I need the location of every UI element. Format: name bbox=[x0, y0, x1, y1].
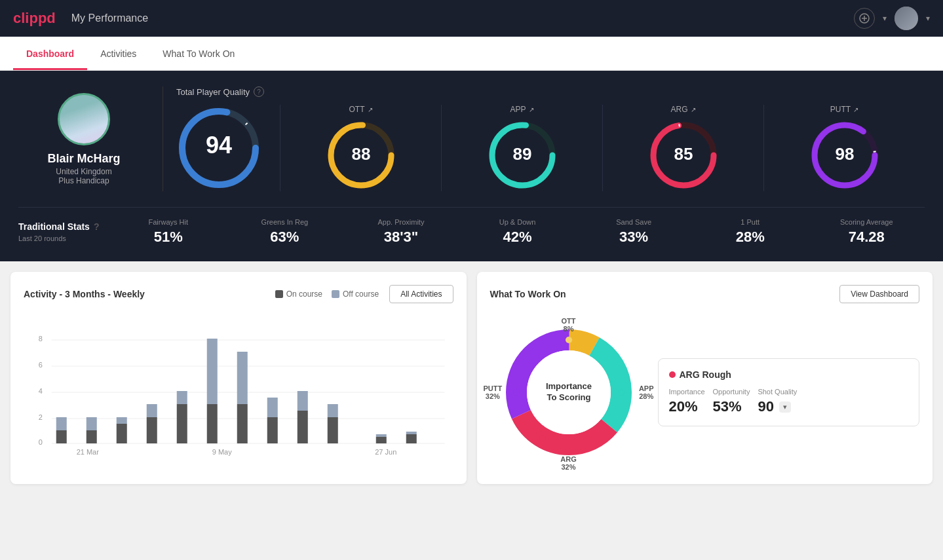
bar bbox=[298, 411, 308, 443]
detail-importance-label: Importance bbox=[669, 388, 705, 396]
trad-stats-title: Traditional Stats ? bbox=[18, 221, 110, 232]
work-detail-card: ARG Rough Importance 20% Opportunity 53%… bbox=[658, 358, 920, 426]
add-button[interactable] bbox=[854, 8, 875, 29]
bar bbox=[406, 432, 417, 434]
bar bbox=[207, 404, 218, 443]
donut-label-ott: OTT 8% bbox=[562, 317, 576, 333]
gauge-ott-label: OTT ↗ bbox=[349, 105, 373, 114]
svg-text:4: 4 bbox=[39, 387, 43, 395]
logo-area: clippd My Performance bbox=[13, 10, 148, 27]
gauge-arg-label: ARG ↗ bbox=[670, 105, 695, 114]
bar bbox=[237, 404, 248, 443]
tab-dashboard[interactable]: Dashboard bbox=[13, 37, 87, 70]
player-avatar-image bbox=[60, 95, 108, 143]
legend-on-course: On course bbox=[275, 289, 322, 299]
help-icon[interactable]: ? bbox=[254, 86, 264, 97]
activity-header-right: On course Off course All Activities bbox=[275, 285, 453, 303]
bar bbox=[207, 339, 218, 404]
bar-chart-svg: 0 2 4 6 8 bbox=[24, 314, 453, 458]
stat-fairways-hit: Fairways Hit 51% bbox=[110, 218, 227, 246]
bar bbox=[406, 434, 417, 443]
bar bbox=[237, 352, 248, 404]
stat-sand-save-value: 33% bbox=[575, 229, 692, 246]
activity-card: Activity - 3 Months - Weekly On course O… bbox=[10, 272, 467, 484]
bar bbox=[177, 391, 187, 404]
svg-point-44 bbox=[539, 435, 546, 441]
svg-text:0: 0 bbox=[39, 438, 43, 446]
trad-stats-subtitle: Last 20 rounds bbox=[18, 234, 110, 242]
svg-text:2: 2 bbox=[39, 413, 43, 421]
donut-label-putt: PUTT 32% bbox=[484, 384, 503, 400]
bar bbox=[177, 404, 187, 443]
player-handicap: Plus Handicap bbox=[58, 176, 109, 185]
stat-sand-save-label: Sand Save bbox=[575, 218, 692, 226]
stat-scoring-average: Scoring Average 74.28 bbox=[808, 218, 925, 246]
trad-stats-help-icon[interactable]: ? bbox=[94, 221, 100, 232]
stat-fairways-hit-value: 51% bbox=[110, 229, 227, 246]
bar bbox=[147, 417, 157, 443]
stat-greens-in-reg-label: Greens In Reg bbox=[227, 218, 343, 226]
svg-text:Importance: Importance bbox=[545, 381, 591, 391]
donut-label-app: APP 28% bbox=[639, 384, 654, 400]
bar bbox=[56, 417, 67, 430]
stat-app-proximity-label: App. Proximity bbox=[343, 218, 459, 226]
stat-up-and-down-value: 42% bbox=[459, 229, 576, 246]
bar bbox=[117, 424, 127, 443]
legend-off-course: Off course bbox=[332, 289, 379, 299]
stat-app-proximity-value: 38'3" bbox=[343, 229, 459, 246]
putt-arrow: ↗ bbox=[853, 106, 858, 113]
bar bbox=[147, 404, 157, 417]
stat-greens-in-reg: Greens In Reg 63% bbox=[227, 218, 343, 246]
bar bbox=[376, 434, 387, 437]
quality-label: Total Player Quality ? bbox=[176, 86, 925, 97]
svg-text:9 May: 9 May bbox=[212, 448, 232, 456]
nav-tabs: Dashboard Activities What To Work On bbox=[0, 37, 943, 71]
detail-opportunity-label: Opportunity bbox=[713, 388, 750, 396]
detail-quality-label: Shot Quality bbox=[758, 388, 797, 396]
legend-off-course-label: Off course bbox=[343, 289, 379, 299]
svg-text:94: 94 bbox=[206, 132, 232, 159]
legend-on-course-label: On course bbox=[286, 289, 322, 299]
player-name: Blair McHarg bbox=[47, 152, 120, 166]
gauge-arg: ARG ↗ 85 bbox=[602, 105, 763, 191]
svg-point-43 bbox=[618, 389, 625, 396]
legend-off-course-dot bbox=[332, 290, 339, 298]
work-on-content: Importance To Scoring OTT 8% bbox=[490, 314, 920, 471]
tab-activities[interactable]: Activities bbox=[87, 37, 149, 70]
detail-opportunity-value: 53% bbox=[713, 398, 750, 415]
stat-1-putt-label: 1 Putt bbox=[692, 218, 809, 226]
player-avatar bbox=[58, 93, 110, 145]
tab-what-to-work-on[interactable]: What To Work On bbox=[149, 37, 248, 70]
svg-text:98: 98 bbox=[835, 144, 854, 164]
gauges-row: 94 OTT ↗ 88 bbox=[176, 105, 925, 191]
stat-greens-in-reg-value: 63% bbox=[227, 229, 343, 246]
legend: On course Off course bbox=[275, 289, 379, 299]
bar bbox=[267, 398, 278, 417]
legend-on-course-dot bbox=[275, 290, 283, 298]
work-on-card-header: What To Work On View Dashboard bbox=[490, 285, 920, 303]
svg-text:27 Jun: 27 Jun bbox=[375, 448, 396, 456]
gauge-app-label: APP ↗ bbox=[510, 105, 533, 114]
stat-1-putt: 1 Putt 28% bbox=[692, 218, 809, 246]
bar bbox=[298, 391, 308, 411]
bar bbox=[267, 417, 278, 443]
all-activities-button[interactable]: All Activities bbox=[389, 285, 453, 303]
view-dashboard-button[interactable]: View Dashboard bbox=[839, 285, 919, 303]
arg-arrow: ↗ bbox=[691, 106, 696, 113]
hero-section: Blair McHarg United Kingdom Plus Handica… bbox=[0, 71, 943, 261]
bar bbox=[328, 404, 338, 417]
stat-up-and-down-label: Up & Down bbox=[459, 218, 576, 226]
bar bbox=[376, 437, 387, 443]
activity-card-header: Activity - 3 Months - Weekly On course O… bbox=[24, 285, 453, 303]
svg-text:89: 89 bbox=[512, 144, 531, 164]
detail-quality-col: Shot Quality 90 ▾ bbox=[758, 388, 797, 415]
svg-text:To Scoring: To Scoring bbox=[547, 392, 590, 402]
detail-dot bbox=[669, 371, 676, 378]
avatar-image bbox=[895, 7, 918, 30]
gauge-ott: OTT ↗ 88 bbox=[280, 105, 441, 191]
svg-point-45 bbox=[513, 389, 520, 396]
avatar[interactable] bbox=[895, 7, 918, 30]
stat-fairways-hit-label: Fairways Hit bbox=[110, 218, 227, 226]
bar bbox=[87, 417, 97, 430]
work-on-card: What To Work On View Dashboard bbox=[477, 272, 933, 484]
